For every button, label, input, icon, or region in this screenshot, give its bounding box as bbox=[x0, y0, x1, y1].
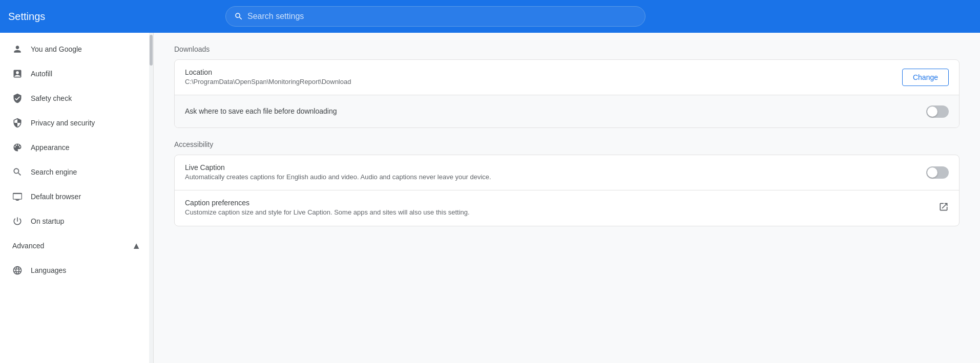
location-title: Location bbox=[185, 68, 894, 76]
layout: You and Google Autofill Safety check bbox=[0, 33, 980, 363]
startup-icon bbox=[12, 216, 23, 226]
accessibility-section: Accessibility Live Caption Automatically… bbox=[174, 140, 960, 226]
sidebar-item-default-browser[interactable]: Default browser bbox=[0, 184, 147, 209]
svg-rect-1 bbox=[13, 193, 22, 199]
sidebar-label-privacy-security: Privacy and security bbox=[31, 119, 95, 127]
caption-preferences-title: Caption preferences bbox=[185, 199, 930, 207]
caption-preferences-subtitle: Customize caption size and style for Liv… bbox=[185, 208, 930, 217]
sidebar-scroll-thumb bbox=[150, 35, 153, 66]
change-location-button[interactable]: Change bbox=[902, 69, 949, 86]
accessibility-title: Accessibility bbox=[174, 140, 960, 148]
autofill-icon bbox=[12, 69, 23, 79]
search-bar[interactable] bbox=[225, 6, 645, 27]
sidebar-item-autofill[interactable]: Autofill bbox=[0, 61, 147, 86]
ask-save-toggle-slider bbox=[926, 105, 949, 118]
sidebar-scrollbar[interactable] bbox=[149, 33, 153, 363]
sidebar-item-privacy-security[interactable]: Privacy and security bbox=[0, 111, 147, 135]
default-browser-icon bbox=[12, 191, 23, 202]
sidebar-item-languages[interactable]: Languages bbox=[0, 258, 147, 283]
sidebar-label-languages: Languages bbox=[31, 266, 66, 274]
live-caption-toggle[interactable] bbox=[926, 166, 949, 179]
ask-save-title: Ask where to save each file before downl… bbox=[185, 107, 918, 115]
downloads-card: Location C:\ProgramData\OpenSpan\Monitor… bbox=[174, 59, 960, 128]
sidebar-label-on-startup: On startup bbox=[31, 217, 64, 225]
chevron-up-icon: ▲ bbox=[132, 241, 141, 251]
sidebar-label-search-engine: Search engine bbox=[31, 168, 77, 176]
sidebar-label-default-browser: Default browser bbox=[31, 193, 81, 201]
location-content: Location C:\ProgramData\OpenSpan\Monitor… bbox=[185, 68, 894, 87]
sidebar-label-advanced: Advanced bbox=[12, 242, 44, 250]
live-caption-title: Live Caption bbox=[185, 163, 918, 172]
sidebar-item-search-engine[interactable]: Search engine bbox=[0, 160, 147, 184]
search-icon bbox=[234, 12, 243, 21]
search-engine-icon bbox=[12, 167, 23, 177]
live-caption-row: Live Caption Automatically creates capti… bbox=[175, 155, 959, 190]
accessibility-card: Live Caption Automatically creates capti… bbox=[174, 155, 960, 226]
sidebar-item-advanced[interactable]: Advanced ▲ bbox=[0, 233, 153, 258]
appearance-icon bbox=[12, 142, 23, 153]
privacy-icon bbox=[12, 118, 23, 128]
sidebar-item-you-and-google[interactable]: You and Google bbox=[0, 37, 147, 61]
location-path: C:\ProgramData\OpenSpan\MonitoringReport… bbox=[185, 77, 894, 87]
sidebar-label-autofill: Autofill bbox=[31, 70, 52, 78]
sidebar-label-safety-check: Safety check bbox=[31, 94, 72, 102]
ask-save-row: Ask where to save each file before downl… bbox=[175, 95, 959, 127]
live-caption-subtitle: Automatically creates captions for Engli… bbox=[185, 173, 918, 182]
header: Settings bbox=[0, 0, 980, 33]
sidebar-item-appearance[interactable]: Appearance bbox=[0, 135, 147, 160]
downloads-title: Downloads bbox=[174, 45, 960, 53]
sidebar-item-on-startup[interactable]: On startup bbox=[0, 209, 147, 233]
caption-preferences-content: Caption preferences Customize caption si… bbox=[185, 199, 930, 217]
live-caption-content: Live Caption Automatically creates capti… bbox=[185, 163, 918, 182]
sidebar-label-you-and-google: You and Google bbox=[31, 45, 82, 53]
svg-rect-2 bbox=[15, 199, 19, 200]
languages-icon bbox=[12, 265, 23, 275]
ask-save-content: Ask where to save each file before downl… bbox=[185, 107, 918, 116]
main-content: Downloads Location C:\ProgramData\OpenSp… bbox=[154, 33, 980, 363]
ask-save-toggle[interactable] bbox=[926, 105, 949, 118]
person-icon bbox=[12, 44, 23, 54]
external-link-icon[interactable] bbox=[939, 202, 949, 215]
sidebar-label-appearance: Appearance bbox=[31, 143, 70, 152]
svg-rect-3 bbox=[16, 200, 19, 201]
sidebar-item-safety-check[interactable]: Safety check bbox=[0, 86, 147, 111]
caption-preferences-row: Caption preferences Customize caption si… bbox=[175, 190, 959, 225]
downloads-section: Downloads Location C:\ProgramData\OpenSp… bbox=[174, 45, 960, 128]
live-caption-toggle-slider bbox=[926, 166, 949, 179]
safety-icon bbox=[12, 93, 23, 103]
search-input[interactable] bbox=[247, 12, 637, 21]
sidebar: You and Google Autofill Safety check bbox=[0, 33, 154, 363]
settings-title: Settings bbox=[8, 11, 111, 23]
location-row: Location C:\ProgramData\OpenSpan\Monitor… bbox=[175, 60, 959, 95]
